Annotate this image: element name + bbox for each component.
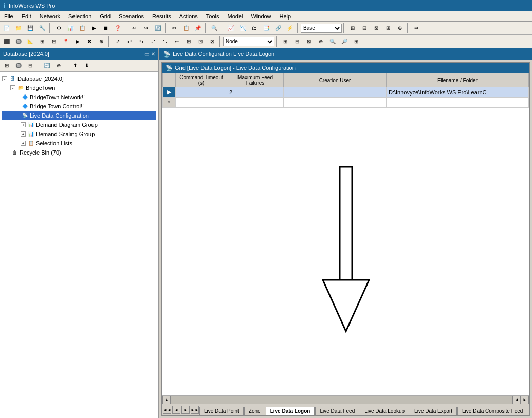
row2-cmd-timeout[interactable] — [176, 98, 227, 108]
tb2-btn7[interactable]: ▶ — [72, 36, 83, 47]
tree-live-data[interactable]: 📡 Live Data Configuration — [2, 111, 156, 120]
tab-live-data-feed[interactable]: Live Data Feed — [315, 407, 359, 415]
tb2-btn9[interactable]: ⊕ — [96, 36, 107, 47]
tb-btn22[interactable]: ⊞ — [382, 23, 394, 34]
bridgetown-expand[interactable]: - — [10, 85, 15, 90]
tb-btn8[interactable]: ▶ — [88, 23, 100, 34]
menu-selection[interactable]: Selection — [64, 12, 96, 21]
tab-zone[interactable]: Zone — [244, 407, 265, 415]
tb-btn18[interactable]: ⚡ — [284, 23, 296, 34]
tb-btn6[interactable]: 📊 — [65, 23, 76, 34]
scroll-left-btn[interactable]: ◄ — [512, 396, 521, 404]
table-row[interactable]: ▶ 2 D:\Innovyze\InfoWorks WS Pro\LearnC — [163, 87, 529, 98]
tb2-btn18[interactable]: ⊞ — [280, 36, 291, 47]
tb-btn17[interactable]: 🔗 — [272, 23, 284, 34]
tb2-btn3[interactable]: 📐 — [25, 36, 36, 47]
tb2-select[interactable]: ↗ — [112, 36, 123, 47]
tb2-btn17[interactable]: ⊠ — [207, 36, 218, 47]
menu-network[interactable]: Network — [35, 12, 64, 21]
tb-btn7[interactable]: 📋 — [77, 23, 88, 34]
tb-btn5[interactable]: ⚙ — [53, 23, 64, 34]
pt-btn5[interactable]: ⊕ — [53, 60, 64, 71]
tb2-btn10[interactable]: ⇄ — [124, 36, 135, 47]
menu-file[interactable]: File — [0, 12, 17, 21]
scroll-track[interactable] — [171, 396, 512, 404]
tb-cut[interactable]: ✂ — [169, 23, 180, 34]
tree-demand-scaling[interactable]: + 📊 Demand Scaling Group — [2, 129, 156, 139]
tab-nav-last[interactable]: ►► — [191, 406, 199, 414]
tb-btn13[interactable]: 📈 — [225, 23, 236, 34]
tb-btn14[interactable]: 📉 — [237, 23, 248, 34]
tb2-btn21[interactable]: ⊕ — [315, 36, 326, 47]
scenario-combo[interactable]: Base — [301, 24, 342, 33]
tb2-btn15[interactable]: ⊞ — [183, 36, 194, 47]
tb-new[interactable]: 📄 — [1, 23, 12, 34]
tb-btn12[interactable]: 🔍 — [209, 23, 220, 34]
demand-scaling-expand[interactable]: + — [21, 131, 26, 137]
tb-btn21[interactable]: ⊠ — [371, 23, 382, 34]
tab-live-data-point[interactable]: Live Data Point — [199, 407, 244, 415]
tb2-btn8[interactable]: ✖ — [84, 36, 95, 47]
tab-live-data-export[interactable]: Live Data Export — [410, 407, 457, 415]
tb-undo[interactable]: ↩ — [129, 23, 140, 34]
tb2-btn22[interactable]: 🔍 — [327, 36, 338, 47]
tab-nav-next[interactable]: ► — [181, 406, 190, 414]
tb-btn23[interactable]: ⊕ — [394, 23, 406, 34]
tb2-btn24[interactable]: ⊞ — [351, 36, 362, 47]
tb2-btn14[interactable]: ⇐ — [171, 36, 182, 47]
tab-nav-first[interactable]: ◄◄ — [163, 406, 171, 414]
menu-scenarios[interactable]: Scenarios — [115, 12, 148, 21]
panel-restore[interactable]: ▭ — [144, 51, 149, 57]
tb-btn24[interactable]: ⇒ — [411, 23, 422, 34]
menu-edit[interactable]: Edit — [17, 12, 35, 21]
tab-live-data-logon[interactable]: Live Data Logon — [266, 407, 315, 415]
tb2-btn19[interactable]: ⊟ — [291, 36, 303, 47]
tb-redo[interactable]: ↪ — [140, 23, 152, 34]
menu-results[interactable]: Results — [148, 12, 175, 21]
tb-btn19[interactable]: ⊞ — [347, 23, 358, 34]
tb-copy[interactable]: 📋 — [180, 23, 192, 34]
pt-btn7[interactable]: ⬇ — [81, 60, 93, 71]
pt-btn2[interactable]: 🔘 — [13, 60, 24, 71]
panel-close[interactable]: ✕ — [151, 51, 155, 57]
tb2-btn13[interactable]: ⇋ — [159, 36, 171, 47]
tb2-btn16[interactable]: ⊡ — [195, 36, 206, 47]
row2-filename[interactable] — [387, 98, 529, 108]
tree-demand-diagram[interactable]: + 📊 Demand Diagram Group — [2, 120, 156, 129]
tb2-btn11[interactable]: ⇆ — [136, 36, 147, 47]
pt-btn1[interactable]: ⊞ — [1, 60, 12, 71]
tree-recycle-bin[interactable]: 🗑 Recycle Bin (70) — [2, 148, 156, 157]
tb2-btn1[interactable]: ⬛ — [1, 36, 12, 47]
root-expand[interactable]: - — [2, 76, 7, 81]
row1-filename[interactable]: D:\Innovyze\InfoWorks WS Pro\LearnC — [387, 87, 529, 98]
tb2-btn20[interactable]: ⊠ — [303, 36, 315, 47]
demand-diagram-expand[interactable]: + — [21, 122, 26, 127]
menu-actions[interactable]: Actions — [175, 12, 202, 21]
tb-btn20[interactable]: ⊟ — [359, 23, 370, 34]
tb-btn10[interactable]: ❓ — [112, 23, 123, 34]
node-combo[interactable]: Node — [223, 37, 274, 46]
scroll-right-btn[interactable]: ► — [521, 396, 529, 404]
tab-live-data-lookup[interactable]: Live Data Lookup — [360, 407, 409, 415]
menu-model[interactable]: Model — [223, 12, 247, 21]
tb-btn11[interactable]: 🔄 — [152, 23, 163, 34]
tb-save[interactable]: 💾 — [25, 23, 36, 34]
tree-control[interactable]: 🔷 Bridge Town Control!! — [2, 102, 156, 111]
tab-nav-prev[interactable]: ◄ — [172, 406, 180, 414]
tree-selection-lists[interactable]: + 📋 Selection Lists — [2, 139, 156, 148]
tb2-btn23[interactable]: 🔎 — [339, 36, 350, 47]
tb2-btn5[interactable]: ⊟ — [48, 36, 60, 47]
tb-open[interactable]: 📁 — [13, 23, 24, 34]
tree-bridgetown[interactable]: - 📂 BridgeTown — [2, 83, 156, 92]
tb-btn15[interactable]: 🗂 — [249, 23, 260, 34]
row2-creation-user[interactable] — [284, 98, 387, 108]
scroll-up-btn[interactable]: ▲ — [162, 396, 171, 404]
tb2-btn6[interactable]: 📍 — [60, 36, 71, 47]
table-row-new[interactable]: * — [163, 98, 529, 108]
pt-btn3[interactable]: ⊟ — [25, 60, 36, 71]
row1-creation-user[interactable] — [284, 87, 387, 98]
row2-max-feed[interactable] — [227, 98, 284, 108]
menu-window[interactable]: Window — [247, 12, 275, 21]
menu-tools[interactable]: Tools — [202, 12, 224, 21]
selection-lists-expand[interactable]: + — [21, 141, 26, 146]
